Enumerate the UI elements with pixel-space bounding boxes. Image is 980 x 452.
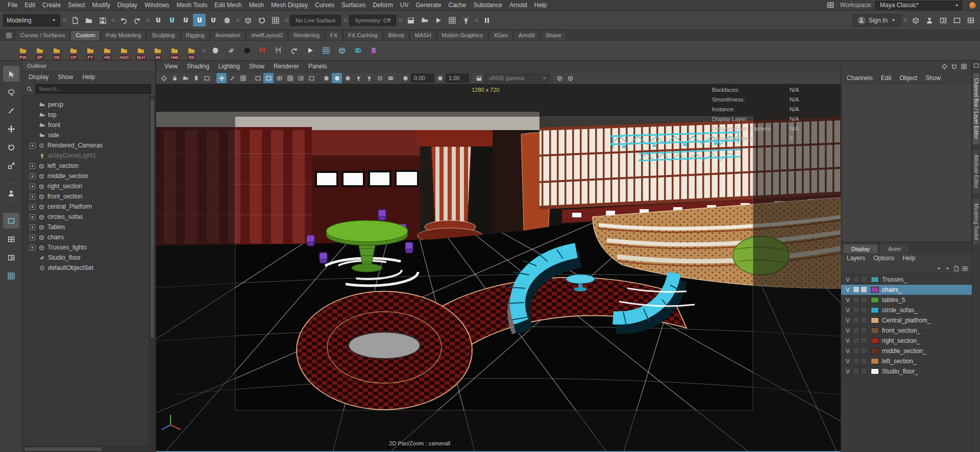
channel-box-list[interactable]: [842, 84, 971, 242]
layer-visibility-toggle[interactable]: V: [843, 328, 853, 334]
playblast-icon[interactable]: [303, 43, 317, 58]
gamma-field[interactable]: 1.00: [446, 73, 469, 83]
mudbox-send-icon[interactable]: [256, 43, 270, 58]
shelf-button-slh[interactable]: SLH: [133, 41, 149, 60]
outliner-item-studio-floor[interactable]: Studio_floor: [29, 253, 148, 263]
layer-row-tables[interactable]: Vtables_5: [841, 295, 972, 305]
shelf-button-all[interactable]: All: [150, 41, 165, 60]
outliner-item-top[interactable]: top: [29, 110, 148, 120]
scrollbar-thumb[interactable]: [24, 447, 102, 451]
cube-mesh-icon[interactable]: [335, 43, 349, 58]
shelf-tab-motion-graphics[interactable]: Motion Graphics: [437, 30, 488, 40]
smooth-shading-icon[interactable]: [332, 73, 342, 83]
last-tool-icon[interactable]: [3, 185, 19, 201]
viewport-menu-view[interactable]: View: [160, 61, 182, 71]
open-scene-icon[interactable]: [82, 14, 95, 27]
statusline-separator[interactable]: [903, 14, 907, 27]
resolution-gate-icon[interactable]: [263, 73, 274, 83]
viewport-canvas[interactable]: 1280 x 720 Backfaces:N/A Smoothness:N/A …: [156, 84, 841, 451]
grease-pencil-icon[interactable]: [227, 73, 237, 83]
outliner-horizontal-scrollbar[interactable]: [22, 446, 155, 452]
redo-icon[interactable]: [131, 14, 143, 27]
layer-visibility-toggle[interactable]: V: [843, 297, 853, 303]
layer-visibility-toggle[interactable]: V: [843, 358, 853, 364]
channel-box-menu-show[interactable]: Show: [922, 73, 944, 83]
layer-row-circle-sofas[interactable]: Vcircle_sofas_: [841, 305, 972, 315]
expand-toggle[interactable]: [30, 224, 35, 230]
shelf-tab-arnold[interactable]: Arnold: [513, 30, 540, 40]
image-plane-icon[interactable]: [202, 73, 212, 83]
outliner-item-rendered-cameras[interactable]: Rendered_Cameras: [29, 140, 148, 150]
viewport-menu-panels[interactable]: Panels: [304, 61, 331, 71]
channel-speed-icon[interactable]: [951, 64, 957, 69]
shelf-tab-fx-caching[interactable]: FX Caching: [343, 30, 382, 40]
layer-row-right-section[interactable]: Vright_section_: [841, 336, 972, 346]
toggle-humanik-icon[interactable]: [923, 14, 936, 27]
gamma-toggle-icon[interactable]: [435, 73, 445, 83]
2d-pan-zoom-icon[interactable]: [216, 73, 227, 83]
menu-generate[interactable]: Generate: [412, 0, 445, 10]
snap-to-projected-center-icon[interactable]: [193, 14, 206, 27]
shelf-button-ft[interactable]: FT: [83, 41, 98, 60]
layer-visibility-toggle[interactable]: V: [843, 287, 853, 293]
live-surface-field[interactable]: No Live Surface: [290, 15, 341, 26]
snap-to-points-icon[interactable]: [179, 14, 192, 27]
layer-playback-toggle[interactable]: [853, 337, 860, 344]
wireframe-shading-icon[interactable]: [321, 73, 331, 83]
outliner-item-central-platform[interactable]: central_Platform: [29, 202, 148, 212]
outliner-item-defaultobjectset[interactable]: defaultObjectSet: [29, 263, 148, 273]
layer-color-swatch[interactable]: [871, 338, 879, 344]
layer-row-front-section[interactable]: Vfront_section_: [841, 325, 972, 336]
new-layer-from-selected-icon[interactable]: [962, 266, 968, 271]
lock-camera-icon[interactable]: [169, 73, 180, 83]
tab-display[interactable]: Display: [843, 244, 878, 253]
layer-color-swatch[interactable]: [871, 277, 879, 283]
outliner-item-front-section[interactable]: front_section: [29, 191, 148, 202]
expand-toggle[interactable]: [30, 143, 35, 148]
layer-playback-toggle[interactable]: [853, 368, 860, 374]
pause-evaluation-icon[interactable]: [480, 14, 493, 27]
channel-box-menu-edit[interactable]: Edit: [877, 73, 895, 83]
menu-display[interactable]: Display: [114, 0, 141, 10]
menu-curves[interactable]: Curves: [311, 0, 338, 10]
layer-visibility-toggle[interactable]: V: [843, 338, 853, 344]
shelf-button-huo[interactable]: HUO: [116, 41, 132, 60]
construction-history-icon[interactable]: [269, 14, 282, 27]
outliner-item-side[interactable]: side: [29, 130, 148, 140]
expand-toggle[interactable]: [30, 173, 35, 179]
layer-color-swatch[interactable]: [871, 297, 879, 303]
layer-display-type-toggle[interactable]: [861, 286, 867, 293]
save-scene-icon[interactable]: [96, 14, 109, 27]
anti-aliasing-icon[interactable]: [385, 73, 396, 83]
outliner-menu-display[interactable]: Display: [24, 72, 53, 82]
menu-mesh-tools[interactable]: Mesh Tools: [173, 0, 211, 10]
layout-custom-icon[interactable]: [3, 268, 19, 284]
outliner-item-right-section[interactable]: right_section: [29, 181, 148, 191]
sidebar-tab-attribute-editor[interactable]: Attribute Editor: [972, 149, 980, 194]
outliner-item-middle-section[interactable]: middle_section: [29, 171, 148, 181]
toggle-modeling-toolkit-icon[interactable]: [909, 14, 922, 27]
layer-color-swatch[interactable]: [871, 348, 879, 354]
scrollbar-thumb[interactable]: [151, 99, 154, 338]
outliner-tree[interactable]: persp top front side Rendered_Cameras ai…: [22, 95, 155, 446]
statusline-separator[interactable]: [343, 14, 347, 27]
statusline-separator[interactable]: [398, 14, 402, 27]
layer-playback-toggle[interactable]: [853, 347, 860, 354]
outliner-item-aiskydomelight1[interactable]: aiSkyDomeLight1: [29, 150, 148, 161]
layer-visibility-toggle[interactable]: V: [843, 307, 853, 313]
menu-modify[interactable]: Modify: [88, 0, 113, 10]
layer-display-type-toggle[interactable]: [861, 276, 867, 283]
expand-toggle[interactable]: [30, 163, 35, 169]
shelf-tab-shelflayout2[interactable]: shelfLayout2: [246, 30, 288, 40]
layer-display-type-toggle[interactable]: [861, 327, 867, 334]
layer-row-trusses[interactable]: VTrusses_: [841, 274, 972, 285]
lasso-tool-icon[interactable]: [3, 84, 19, 100]
shelf-tab-shave[interactable]: Shave: [541, 30, 567, 40]
layer-playback-toggle[interactable]: [853, 327, 860, 334]
bookmark-icon[interactable]: [191, 73, 201, 83]
shelf-button-hs[interactable]: HS: [100, 41, 115, 60]
channel-hyperbolic-icon[interactable]: [961, 64, 967, 69]
outliner-search-input[interactable]: [35, 84, 151, 94]
outliner-menu-show[interactable]: Show: [54, 72, 77, 82]
shelf-tab-fx[interactable]: FX: [325, 30, 342, 40]
